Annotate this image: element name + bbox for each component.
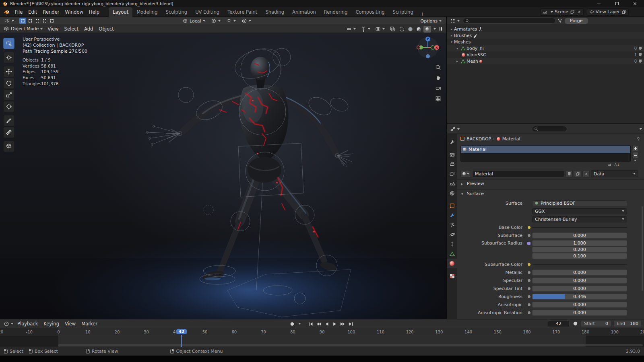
overlays-dropdown[interactable] bbox=[373, 25, 387, 33]
tool-select-box-button[interactable] bbox=[3, 38, 14, 49]
end-frame-field[interactable]: End 180 bbox=[613, 320, 642, 327]
properties-editor-type-dropdown[interactable] bbox=[449, 125, 461, 133]
tab-render[interactable] bbox=[447, 150, 457, 159]
workspace-tab[interactable]: Shading bbox=[261, 7, 288, 17]
copy-icon[interactable] bbox=[621, 10, 626, 14]
pin-icon[interactable] bbox=[636, 136, 641, 141]
view-layer-selector[interactable]: View Layer bbox=[587, 8, 629, 16]
maximize-button[interactable] bbox=[608, 0, 626, 7]
tool-add-cube-button[interactable] bbox=[3, 141, 14, 152]
animate-dot[interactable] bbox=[528, 311, 530, 314]
scene-selector[interactable]: Scene bbox=[540, 8, 584, 16]
subsurface-color-swatch[interactable] bbox=[532, 264, 627, 265]
select-mode-new-button[interactable] bbox=[19, 18, 26, 24]
tool-scale-button[interactable] bbox=[3, 89, 14, 101]
visibility-dropdown[interactable] bbox=[344, 25, 358, 33]
menubar-item[interactable]: File bbox=[12, 7, 25, 17]
menubar-item[interactable]: Help bbox=[86, 7, 102, 17]
current-frame-badge[interactable]: 42 bbox=[176, 329, 187, 334]
timeline-menu-item[interactable]: Playback bbox=[14, 319, 41, 329]
outliner-row-blinn5sg[interactable]: blinn5SG 1 bbox=[447, 51, 644, 58]
options-dropdown[interactable]: Options bbox=[419, 17, 444, 25]
unlink-material-button[interactable] bbox=[582, 170, 590, 177]
previous-keyframe-button[interactable] bbox=[315, 321, 322, 327]
viewport-canvas[interactable] bbox=[0, 33, 446, 319]
outliner-row-brushes[interactable]: ▸ Brushes bbox=[447, 32, 644, 39]
breadcrumb-data[interactable]: Material bbox=[502, 136, 520, 142]
blender-menu-logo[interactable] bbox=[3, 9, 10, 15]
slot-specials-dropdown[interactable] bbox=[634, 160, 636, 161]
keying-set-dropdown[interactable] bbox=[298, 323, 301, 325]
subsurface-radius-z[interactable]: 0.100 bbox=[532, 253, 627, 259]
workspace-tab[interactable]: Compositing bbox=[351, 7, 388, 17]
tool-rotate-button[interactable] bbox=[3, 78, 14, 89]
subsurface-method-dropdown[interactable]: Christensen-Burley bbox=[532, 216, 627, 222]
workspace-tab[interactable]: UV Editing bbox=[191, 7, 223, 17]
subsurface-slider[interactable]: 0.000 bbox=[532, 232, 627, 239]
properties-scrollbar[interactable] bbox=[642, 206, 643, 291]
workspace-tab[interactable]: Modeling bbox=[132, 7, 161, 17]
workspace-tab[interactable]: Rendering bbox=[320, 7, 352, 17]
timeline-track[interactable] bbox=[0, 336, 644, 347]
anisotropic-rotation-slider[interactable]: 0.000 bbox=[532, 310, 627, 316]
select-mode-subtract-button[interactable] bbox=[34, 18, 41, 24]
tool-cursor-button[interactable] bbox=[3, 52, 14, 63]
assign-swap-icon[interactable]: ⇄ bbox=[608, 163, 611, 168]
filter-funnel-icon[interactable] bbox=[557, 18, 563, 23]
specular-tint-slider[interactable]: 0.000 bbox=[532, 286, 627, 292]
tab-modifiers[interactable] bbox=[447, 210, 457, 220]
fake-user-icon[interactable] bbox=[639, 60, 642, 63]
pan-button[interactable] bbox=[433, 73, 442, 82]
preview-section-header[interactable]: ▸ Preview bbox=[457, 179, 644, 187]
properties-search-input[interactable] bbox=[532, 126, 567, 132]
tab-view-layer[interactable] bbox=[447, 169, 457, 179]
subsurface-radius-x[interactable]: 1.000 bbox=[532, 240, 627, 246]
browse-material-button[interactable] bbox=[460, 170, 471, 177]
tab-object-data[interactable] bbox=[447, 249, 457, 259]
tab-scene[interactable] bbox=[447, 179, 457, 188]
tab-particles[interactable] bbox=[447, 220, 457, 230]
select-mode-invert-button[interactable] bbox=[41, 18, 48, 24]
workspace-tab[interactable]: Scripting bbox=[389, 7, 417, 17]
breadcrumb-object[interactable]: BACKDROP bbox=[466, 136, 491, 142]
subsurface-radius-y[interactable]: 0.200 bbox=[532, 247, 627, 253]
distribution-dropdown[interactable]: GGX bbox=[532, 208, 627, 214]
base-color-swatch[interactable] bbox=[532, 227, 627, 228]
disclosure-arrow-icon[interactable]: ▸ bbox=[449, 27, 454, 31]
material-name-input[interactable]: Material bbox=[472, 170, 564, 177]
animate-dot[interactable] bbox=[528, 287, 530, 290]
outliner-row-body-hi[interactable]: ▾ body_hi 0 bbox=[447, 45, 644, 51]
outliner-display-mode-dropdown[interactable] bbox=[449, 17, 461, 25]
disclosure-arrow-icon[interactable]: ▾ bbox=[455, 47, 460, 50]
viewport-menu-item[interactable]: View bbox=[45, 24, 61, 34]
timeline-menu-item[interactable]: View bbox=[62, 319, 78, 329]
transform-orientation-dropdown[interactable]: Local bbox=[180, 17, 207, 25]
start-frame-field[interactable]: Start 0 bbox=[581, 320, 611, 327]
add-slot-button[interactable] bbox=[632, 145, 638, 151]
timeline-menu-item[interactable]: Marker bbox=[78, 319, 100, 329]
sort-icon[interactable]: A↓ bbox=[614, 163, 620, 168]
animate-dot[interactable] bbox=[528, 226, 530, 229]
viewport-menu-item[interactable]: Add bbox=[81, 24, 96, 34]
tool-measure-button[interactable] bbox=[3, 127, 14, 138]
shading-wireframe-button[interactable] bbox=[398, 26, 406, 33]
outliner-row-mesh[interactable]: ▸ Mesh 0 bbox=[447, 58, 644, 64]
play-reverse-button[interactable] bbox=[323, 321, 330, 327]
anisotropic-slider[interactable]: 0.000 bbox=[532, 302, 627, 308]
copy-icon[interactable] bbox=[570, 10, 575, 14]
workspace-tab[interactable]: Sculpting bbox=[161, 7, 191, 17]
add-workspace-button[interactable]: + bbox=[417, 11, 428, 17]
material-slot-row[interactable]: Material bbox=[461, 146, 630, 153]
animate-dot[interactable] bbox=[528, 279, 530, 282]
tool-annotate-button[interactable] bbox=[3, 115, 14, 126]
preview-range-button[interactable] bbox=[572, 321, 579, 327]
zoom-button[interactable] bbox=[433, 63, 442, 72]
tool-transform-button[interactable] bbox=[3, 101, 14, 112]
new-material-copy-button[interactable] bbox=[574, 170, 581, 177]
purge-button[interactable]: Purge bbox=[565, 18, 588, 24]
tab-world[interactable] bbox=[447, 188, 457, 198]
material-slot-list[interactable]: Material bbox=[460, 145, 631, 162]
outliner-row-meshes[interactable]: ▾ Meshes bbox=[447, 39, 644, 45]
tab-output[interactable] bbox=[447, 159, 457, 169]
workspace-tab[interactable]: Animation bbox=[288, 7, 320, 17]
